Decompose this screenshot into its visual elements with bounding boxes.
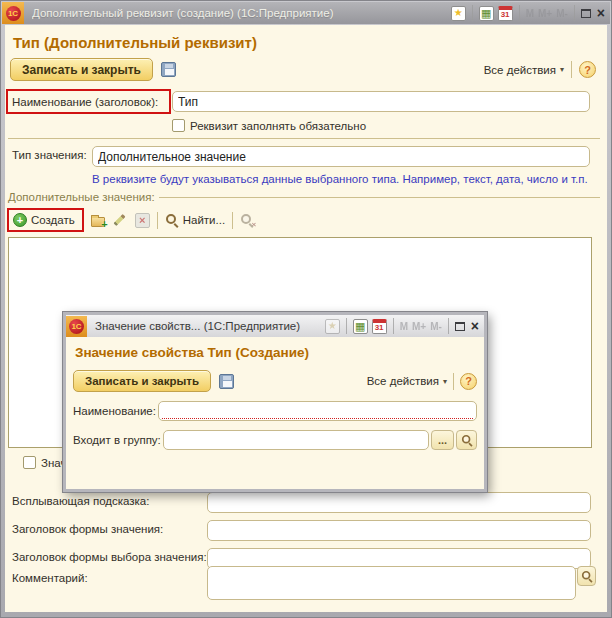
main-titlebar: 1С Дополнительный реквизит (создание) (1… xyxy=(2,2,610,24)
titlebar-divider xyxy=(448,318,449,334)
save-icon[interactable] xyxy=(161,62,176,77)
favorites-star-icon[interactable]: ★ xyxy=(451,6,466,21)
titlebar-divider xyxy=(346,318,347,334)
value-type-label: Тип значения: xyxy=(12,149,87,161)
dialog-titlebar: 1С Значение свойств... (1С:Предприятие) … xyxy=(66,315,484,337)
choice-form-title-label: Заголовок формы выбора значения: xyxy=(12,551,207,563)
cancel-find-button[interactable]: × xyxy=(240,213,254,227)
dialog-group-select-button[interactable] xyxy=(456,430,477,450)
titlebar-divider xyxy=(519,5,520,21)
dialog-group-input[interactable] xyxy=(163,430,429,450)
all-actions-menu[interactable]: Все действия ▾ xyxy=(484,64,564,76)
main-form: Тип (Дополнительный реквизит) Записать и… xyxy=(5,25,607,612)
plus-icon: + xyxy=(13,213,27,227)
titlebar-divider xyxy=(393,318,394,334)
app-menu-button[interactable]: 1С xyxy=(2,2,24,24)
memory-m-plus-icon: M+ xyxy=(412,321,426,332)
dialog-title: Значение свойств... (1С:Предприятие) xyxy=(95,320,325,332)
dialog-app-menu-button[interactable]: 1С xyxy=(66,316,87,337)
comment-select-button[interactable] xyxy=(577,566,596,586)
create-group-button[interactable]: + xyxy=(91,217,105,227)
calculator-icon[interactable]: ▦ xyxy=(479,6,494,21)
memory-m-minus-icon: M- xyxy=(430,321,442,332)
magnifier-icon xyxy=(165,213,179,227)
value-form-title-input[interactable] xyxy=(207,520,591,541)
clipped-checkbox[interactable] xyxy=(23,456,36,469)
titlebar-divider xyxy=(574,5,575,21)
titlebar-divider xyxy=(472,5,473,21)
values-section-caption: Дополнительные значения: xyxy=(8,191,155,203)
type-hint-text: В реквизите будут указываться данные выб… xyxy=(92,173,588,185)
dialog-save-close-button[interactable]: Записать и закрыть xyxy=(73,370,211,392)
value-type-input[interactable] xyxy=(92,146,590,167)
name-label-annotation: Наименование (заголовок): xyxy=(6,89,171,114)
close-icon[interactable]: × xyxy=(471,319,479,333)
dialog-name-label: Наименование: xyxy=(73,405,156,417)
required-checkbox-row[interactable]: Реквизит заполнять обязательно xyxy=(172,119,366,132)
main-window: 1С Дополнительный реквизит (создание) (1… xyxy=(0,0,612,618)
1c-logo-icon: 1С xyxy=(69,319,84,334)
memory-m-plus-icon: M+ xyxy=(538,8,552,19)
dropdown-arrow-icon: ▾ xyxy=(443,377,447,386)
dialog-help-button[interactable]: ? xyxy=(460,373,477,390)
dialog-window: 1С Значение свойств... (1С:Предприятие) … xyxy=(63,312,487,492)
memory-m-icon: M xyxy=(526,8,534,19)
page-title: Тип (Дополнительный реквизит) xyxy=(13,34,257,51)
separator xyxy=(8,138,600,139)
name-input[interactable] xyxy=(172,91,590,112)
favorites-star-icon[interactable]: ★ xyxy=(325,319,340,334)
required-checkbox-label: Реквизит заполнять обязательно xyxy=(190,120,366,132)
pencil-icon xyxy=(114,214,126,226)
comment-label: Комментарий: xyxy=(12,572,88,584)
1c-logo-icon: 1С xyxy=(6,6,21,21)
calendar-icon[interactable]: 31 xyxy=(372,319,387,334)
value-form-title-label: Заголовок формы значения: xyxy=(12,523,163,535)
dropdown-arrow-icon: ▾ xyxy=(560,65,564,74)
memory-m-icon: M xyxy=(400,321,408,332)
calendar-icon[interactable]: 31 xyxy=(498,6,513,21)
required-field-marker xyxy=(162,418,473,419)
required-checkbox[interactable] xyxy=(172,119,185,132)
divider xyxy=(232,212,233,229)
create-button[interactable]: + Создать xyxy=(13,213,75,227)
dialog-header: Значение свойства Тип (Создание) xyxy=(75,345,477,360)
find-button[interactable]: Найти... xyxy=(165,213,225,227)
comment-input[interactable] xyxy=(207,566,576,600)
dialog-group-ellipsis-button[interactable]: ... xyxy=(431,430,454,450)
magnifier-icon xyxy=(461,434,473,446)
calculator-icon[interactable]: ▦ xyxy=(353,319,368,334)
red-x-icon: × xyxy=(251,220,256,229)
edit-button[interactable] xyxy=(112,218,128,222)
memory-m-minus-icon: M- xyxy=(556,8,568,19)
plus-icon: + xyxy=(101,219,107,230)
name-label: Наименование (заголовок): xyxy=(12,96,158,108)
create-button-annotation: + Создать xyxy=(7,208,84,232)
tooltip-input[interactable] xyxy=(207,492,591,513)
separator xyxy=(159,197,600,198)
maximize-icon[interactable] xyxy=(581,9,591,18)
save-close-button[interactable]: Записать и закрыть xyxy=(10,58,153,81)
delete-button[interactable]: × xyxy=(135,213,150,228)
dialog-group-label: Входит в группу: xyxy=(73,434,161,446)
close-icon[interactable]: × xyxy=(597,6,605,20)
window-title: Дополнительный реквизит (создание) (1С:П… xyxy=(32,7,451,19)
tooltip-label: Всплывающая подсказка: xyxy=(12,495,149,507)
maximize-icon[interactable] xyxy=(455,322,465,331)
help-button[interactable]: ? xyxy=(579,61,596,78)
divider xyxy=(453,373,454,390)
dialog-all-actions-menu[interactable]: Все действия ▾ xyxy=(367,375,447,387)
divider xyxy=(157,212,158,229)
divider xyxy=(571,61,572,78)
save-icon[interactable] xyxy=(219,374,234,389)
magnifier-icon xyxy=(581,570,593,582)
